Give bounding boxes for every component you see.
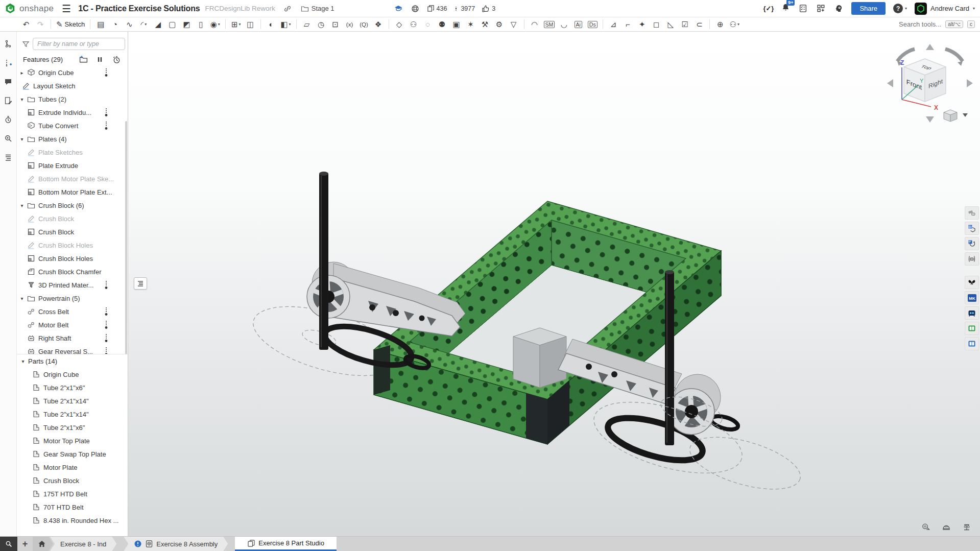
config-cube-panel-icon[interactable] xyxy=(965,237,979,250)
view-rotate-left-arrow[interactable] xyxy=(887,79,893,87)
sheet-metal-bend-button[interactable]: ◠ xyxy=(528,18,541,31)
feature-state-dots-icon[interactable] xyxy=(104,347,108,354)
hole-button[interactable]: ◉▾ xyxy=(208,18,222,31)
feature-tree-row[interactable]: Crush Block Holes xyxy=(17,252,128,265)
app-store-grid-icon[interactable] xyxy=(816,4,826,14)
copy-link-icon[interactable] xyxy=(282,4,293,14)
tube-bend-button[interactable]: ⊂ xyxy=(692,18,706,31)
help-menu[interactable]: ? ▾ xyxy=(893,4,907,13)
chevron-down-icon[interactable]: ▾ xyxy=(17,296,27,301)
redo-button[interactable]: ↷ xyxy=(34,18,47,31)
draft-button[interactable]: ◩ xyxy=(180,18,193,31)
feature-tree-row[interactable]: Crush Block xyxy=(17,212,128,225)
part-list-item[interactable]: Motor Plate xyxy=(17,461,128,474)
custom-feature-2-button[interactable]: ⚉ xyxy=(436,18,449,31)
view-rotate-up-arrow[interactable] xyxy=(926,44,934,50)
feature-state-dots-icon[interactable] xyxy=(104,307,108,318)
revolve-button[interactable]: ◔ xyxy=(108,18,122,31)
appearance-panel-icon[interactable] xyxy=(965,206,979,220)
primitive-cube-button[interactable]: ◇ xyxy=(393,18,406,31)
boolean-button[interactable]: ◐ xyxy=(265,18,278,31)
add-custom-feature-button[interactable]: ⊕ xyxy=(713,18,727,31)
undo-button[interactable]: ↶ xyxy=(19,18,33,31)
parts-list-header[interactable]: ▾ Parts (14) xyxy=(17,354,128,368)
tape-measure-icon[interactable] xyxy=(922,523,933,534)
thicken-button[interactable]: ▯ xyxy=(194,18,207,31)
part-list-item[interactable]: Crush Block xyxy=(17,474,128,487)
comments-icon[interactable] xyxy=(3,77,13,87)
mate-connector-button[interactable]: ❖ xyxy=(372,18,385,31)
derived-button[interactable]: ▣ xyxy=(450,18,463,31)
tab-exercise-8-part-studio[interactable]: Exercise 8 Part Studio xyxy=(235,537,337,551)
feature-dialog-popout-button[interactable] xyxy=(134,277,147,290)
onshape-logo[interactable]: onshape xyxy=(4,3,54,15)
view-cube[interactable]: Top Front Right Z X Y xyxy=(885,42,976,125)
robot-app-icon[interactable] xyxy=(965,306,979,320)
gear-feature-button[interactable]: ✶ xyxy=(464,18,477,31)
part-list-item[interactable]: 70T HTD Belt xyxy=(17,500,128,514)
featurescript-panel-icon[interactable] xyxy=(965,252,979,266)
mass-properties-icon[interactable] xyxy=(963,523,974,534)
blue-library-app-icon[interactable] xyxy=(965,337,979,350)
sheet-metal-model-button[interactable]: SM xyxy=(542,18,557,31)
ai-studio-button[interactable]: Ai xyxy=(571,18,585,31)
part-list-item[interactable]: Origin Cube xyxy=(17,368,128,381)
transform-button[interactable]: ⊡ xyxy=(329,18,342,31)
pattern-button[interactable]: ⊞▾ xyxy=(229,18,243,31)
green-library-app-icon[interactable] xyxy=(965,322,979,335)
butterfly-app-icon[interactable] xyxy=(965,276,979,289)
feature-tree-row[interactable]: ▸Origin Cube xyxy=(17,66,128,79)
flange-button[interactable]: ◡ xyxy=(557,18,570,31)
view-rotate-right-arrow[interactable] xyxy=(967,79,973,87)
feature-tree-row[interactable]: Tube Convert xyxy=(17,119,128,132)
fillet-button[interactable]: ◜▾ xyxy=(137,18,150,31)
variable-button[interactable]: (x) xyxy=(343,18,356,31)
part-list-item[interactable]: Gear Swap Top Plate xyxy=(17,447,128,461)
notifications-bell-icon[interactable]: 9+ xyxy=(781,3,790,14)
tab-exercise-8-ind[interactable]: Exercise 8 - Ind xyxy=(50,537,116,551)
part-list-item[interactable]: Tube 2"x1"x6" xyxy=(17,381,128,394)
part-list-item[interactable]: 175T HTD Belt xyxy=(17,487,128,500)
history-icon[interactable] xyxy=(3,114,13,125)
part-list-item-clipped[interactable] xyxy=(17,527,128,530)
feature-tree-row[interactable]: Crush Block Holes xyxy=(17,238,128,252)
unfold-button[interactable]: ✦ xyxy=(635,18,649,31)
feature-state-dots-icon[interactable] xyxy=(104,68,108,79)
tool-button[interactable]: ⚒ xyxy=(479,18,492,31)
chamfer-button[interactable]: ◢ xyxy=(151,18,164,31)
follow-mode-icon[interactable] xyxy=(3,58,13,68)
feature-tree-scrollbar[interactable] xyxy=(125,121,127,354)
feature-tree-row[interactable]: Layout Sketch xyxy=(17,79,128,92)
feature-tree-row[interactable]: Plate Sketches xyxy=(17,146,128,159)
feature-tree-folder-row[interactable]: ▾Crush Block (6) xyxy=(17,199,128,212)
feature-tree-row[interactable]: Bottom Motor Plate Ext... xyxy=(17,185,128,199)
feature-tree-row[interactable]: Crush Block Chamfer xyxy=(17,265,128,278)
drawing-studio-button[interactable]: Ds xyxy=(586,18,599,31)
part-list-item[interactable]: Motor Top Plate xyxy=(17,434,128,447)
feature-state-dots-icon[interactable] xyxy=(104,333,108,345)
notes-icon[interactable] xyxy=(3,95,13,106)
add-tab-button[interactable]: + xyxy=(17,537,33,551)
part-list-item[interactable]: Tube 2"x1"x14" xyxy=(17,408,128,421)
protractor-icon[interactable] xyxy=(942,523,953,534)
chevron-down-icon[interactable]: ▾ xyxy=(17,136,27,142)
search-model-icon[interactable] xyxy=(3,133,13,143)
breadcrumb[interactable]: Stage 1 xyxy=(301,5,334,13)
feature-filter-input[interactable] xyxy=(33,38,125,50)
rollback-clock-icon[interactable] xyxy=(112,55,121,64)
chevron-down-icon[interactable]: ▾ xyxy=(17,203,27,208)
split-button[interactable]: ◧▾ xyxy=(279,18,292,31)
add-folder-icon[interactable] xyxy=(79,55,88,64)
copies-stat[interactable]: 436 xyxy=(427,5,447,12)
tab-exercise-8-assembly[interactable]: Exercise 8 Assembly xyxy=(124,537,228,551)
suppress-pause-icon[interactable] xyxy=(95,55,104,64)
feature-state-dots-icon[interactable] xyxy=(104,121,108,132)
variable-studio-button[interactable]: (Q) xyxy=(357,18,371,31)
sketch-button[interactable]: ✎Sketch xyxy=(55,18,86,31)
main-menu-icon[interactable]: ☰ xyxy=(62,4,71,14)
feature-state-dots-icon[interactable] xyxy=(104,280,108,292)
ai-advisor-icon[interactable] xyxy=(833,4,844,14)
search-tools-button[interactable]: Search tools... xyxy=(899,20,941,28)
extrude-button[interactable]: ▤ xyxy=(94,18,107,31)
chevron-right-icon[interactable]: ▸ xyxy=(17,70,27,76)
